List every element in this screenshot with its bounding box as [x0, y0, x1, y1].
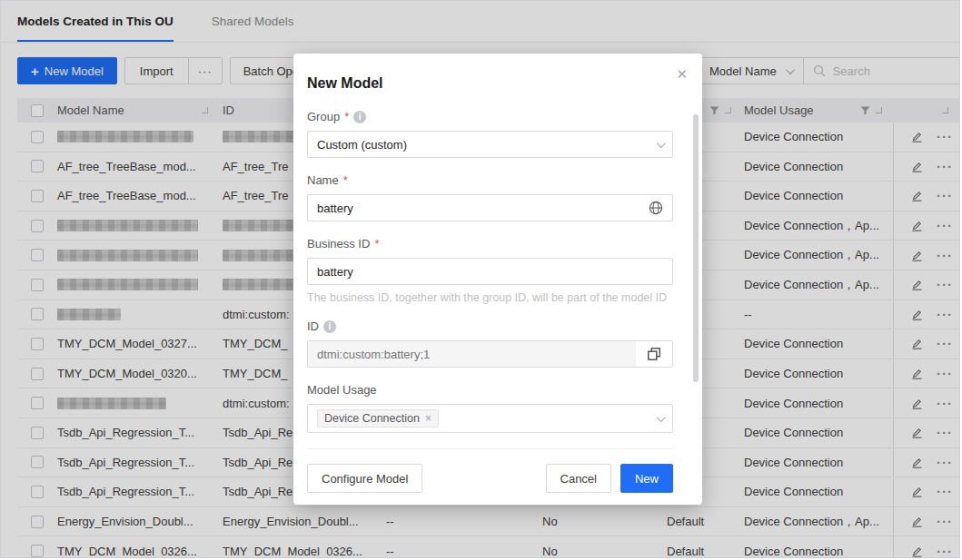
- model-usage-field: Model Usage Device Connection ×: [307, 383, 673, 433]
- group-field: Group * Custom (custom): [307, 110, 673, 158]
- required-asterisk: *: [344, 110, 349, 123]
- business-id-input[interactable]: [317, 265, 663, 279]
- copy-icon: [647, 347, 661, 361]
- usage-tag: Device Connection ×: [317, 409, 439, 427]
- group-value: Custom (custom): [317, 138, 407, 152]
- copy-button[interactable]: [636, 341, 672, 367]
- models-page: Models Created in This OU Shared Models …: [0, 0, 960, 558]
- required-asterisk: *: [374, 237, 379, 251]
- modal-title: New Model: [307, 75, 673, 92]
- globe-icon[interactable]: [649, 201, 663, 215]
- new-button[interactable]: New: [620, 464, 673, 493]
- usage-tag-label: Device Connection: [324, 412, 420, 425]
- id-input: [317, 348, 627, 361]
- id-label: ID: [307, 319, 319, 333]
- business-id-helper: The business ID, together with the group…: [307, 291, 673, 304]
- group-label: Group: [307, 110, 340, 123]
- cancel-button[interactable]: Cancel: [546, 464, 611, 493]
- info-icon[interactable]: [323, 320, 336, 333]
- business-id-label: Business ID: [307, 237, 370, 251]
- chevron-down-icon: [657, 413, 666, 422]
- group-select[interactable]: Custom (custom): [307, 131, 673, 158]
- model-usage-label: Model Usage: [307, 383, 377, 397]
- modal-footer: Configure Model Cancel New: [307, 448, 673, 493]
- tag-remove-icon[interactable]: ×: [425, 412, 431, 425]
- chevron-down-icon: [657, 139, 666, 148]
- modal-scrollbar-thumb[interactable]: [693, 114, 699, 382]
- name-label: Name: [307, 173, 339, 187]
- info-icon[interactable]: [353, 111, 366, 123]
- id-field: ID: [307, 319, 673, 368]
- configure-model-button[interactable]: Configure Model: [307, 464, 422, 493]
- model-usage-select[interactable]: Device Connection ×: [307, 404, 673, 433]
- name-input[interactable]: [317, 201, 649, 215]
- required-asterisk: *: [343, 173, 348, 187]
- close-icon[interactable]: ✕: [676, 66, 688, 83]
- new-model-modal: ✕ New Model Group * Custom (custom) Name…: [293, 54, 702, 505]
- business-id-field: Business ID * The business ID, together …: [307, 237, 673, 304]
- name-field: Name *: [307, 173, 673, 221]
